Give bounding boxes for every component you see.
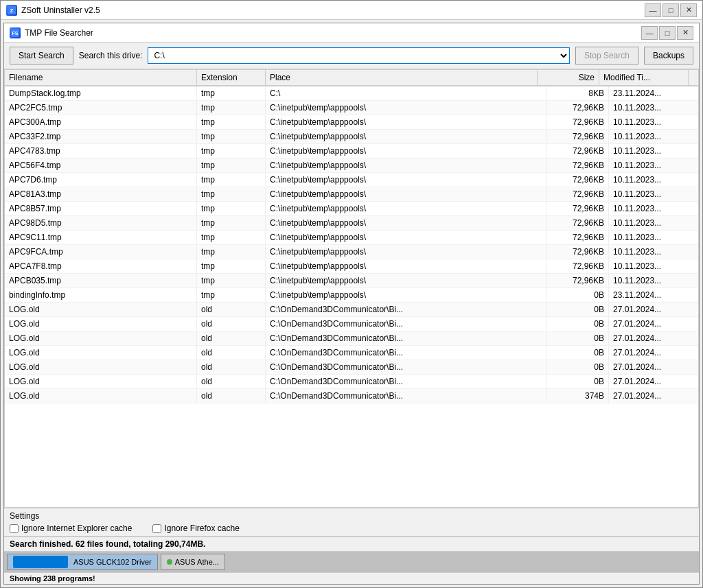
file-list-header: Filename Extension Place Size Modified T… — [5, 70, 698, 86]
cell-modified: 10.11.2023... — [609, 202, 698, 215]
col-header-modified[interactable]: Modified Ti... — [599, 70, 689, 85]
cell-extension: tmp — [197, 173, 266, 187]
cell-size: 0B — [547, 360, 609, 374]
progress-bar — [13, 556, 68, 568]
firefox-cache-checkbox-label[interactable]: Ignore Firefox cache — [152, 524, 239, 533]
status-bar: Search finished. 62 files found, totalin… — [4, 536, 699, 584]
cell-place: C:\OnDemand3DCommunicator\Bi... — [266, 331, 547, 345]
cell-modified: 10.11.2023... — [609, 101, 698, 115]
table-row[interactable]: APC8B57.tmp tmp C:\inetpub\temp\apppools… — [5, 202, 698, 216]
col-header-place[interactable]: Place — [266, 70, 538, 85]
table-row[interactable]: APC7D6.tmp tmp C:\inetpub\temp\apppools\… — [5, 173, 698, 187]
cell-extension: tmp — [197, 115, 266, 129]
firefox-cache-checkbox[interactable] — [152, 524, 161, 533]
cell-extension: tmp — [197, 101, 266, 115]
cell-modified: 10.11.2023... — [609, 259, 698, 273]
outer-app-icon: Z — [6, 5, 17, 16]
table-row[interactable]: LOG.old old C:\OnDemand3DCommunicator\Bi… — [5, 375, 698, 389]
cell-place: C:\inetpub\temp\apppools\ — [266, 173, 547, 187]
table-row[interactable]: APCA7F8.tmp tmp C:\inetpub\temp\apppools… — [5, 259, 698, 274]
cell-extension: old — [197, 346, 266, 360]
outer-maximize-button[interactable]: □ — [662, 3, 679, 17]
cell-modified: 27.01.2024... — [609, 303, 698, 316]
cell-place: C:\OnDemand3DCommunicator\Bi... — [266, 360, 547, 374]
cell-size: 374B — [547, 389, 609, 403]
taskbar-item-1-label: ASUS GLCK102 Driver — [73, 558, 152, 566]
drive-select[interactable]: C:\ A:\ B:\ D:\ E:\ F:\ — [148, 47, 570, 64]
table-row[interactable]: APC98D5.tmp tmp C:\inetpub\temp\apppools… — [5, 216, 698, 231]
table-row[interactable]: APC2FC5.tmp tmp C:\inetpub\temp\apppools… — [5, 101, 698, 115]
table-row[interactable]: DumpStack.log.tmp tmp C:\ 8KB 23.11.2024… — [5, 86, 698, 101]
start-search-button[interactable]: Start Search — [10, 47, 73, 64]
cell-filename: DumpStack.log.tmp — [5, 86, 197, 100]
cell-modified: 23.11.2024... — [609, 288, 698, 302]
cell-extension: tmp — [197, 274, 266, 287]
outer-minimize-button[interactable]: — — [645, 3, 661, 17]
table-row[interactable]: APC33F2.tmp tmp C:\inetpub\temp\apppools… — [5, 130, 698, 144]
cell-extension: tmp — [197, 158, 266, 172]
col-header-scroll-space — [689, 70, 698, 85]
status-main: Search finished. 62 files found, totalin… — [4, 537, 699, 552]
cell-size: 72,96KB — [547, 202, 609, 215]
cell-filename: APC9FCA.tmp — [5, 245, 197, 259]
backups-button[interactable]: Backups — [644, 47, 693, 64]
col-header-extension[interactable]: Extension — [197, 70, 266, 85]
cell-filename: LOG.old — [5, 346, 197, 360]
inner-close-button[interactable]: ✕ — [677, 26, 693, 40]
firefox-cache-label: Ignore Firefox cache — [164, 524, 239, 533]
table-row[interactable]: APC4783.tmp tmp C:\inetpub\temp\apppools… — [5, 144, 698, 158]
cell-extension: tmp — [197, 144, 266, 158]
table-row[interactable]: APC300A.tmp tmp C:\inetpub\temp\apppools… — [5, 115, 698, 130]
outer-window: Z ZSoft Uninstaller v2.5 — □ ✕ FS TMP Fi… — [0, 0, 703, 588]
ie-cache-checkbox[interactable] — [10, 524, 19, 533]
table-row[interactable]: LOG.old old C:\OnDemand3DCommunicator\Bi… — [5, 317, 698, 331]
table-row[interactable]: LOG.old old C:\OnDemand3DCommunicator\Bi… — [5, 360, 698, 375]
cell-extension: tmp — [197, 202, 266, 215]
inner-maximize-button[interactable]: □ — [659, 26, 676, 40]
cell-extension: tmp — [197, 288, 266, 302]
toolbar: Start Search Search this drive: C:\ A:\ … — [4, 43, 699, 69]
table-row[interactable]: APC56F4.tmp tmp C:\inetpub\temp\apppools… — [5, 158, 698, 173]
col-header-size[interactable]: Size — [538, 70, 599, 85]
stop-search-button[interactable]: Stop Search — [575, 47, 638, 64]
cell-extension: old — [197, 389, 266, 403]
inner-window-title: TMP File Searcher — [25, 28, 93, 38]
table-row[interactable]: LOG.old old C:\OnDemand3DCommunicator\Bi… — [5, 346, 698, 360]
cell-size: 0B — [547, 288, 609, 302]
taskbar-item-2[interactable]: ASUS Athe... — [161, 554, 225, 570]
table-row[interactable]: APC9FCA.tmp tmp C:\inetpub\temp\apppools… — [5, 245, 698, 259]
outer-close-button[interactable]: ✕ — [680, 3, 697, 17]
ie-cache-checkbox-label[interactable]: Ignore Internet Explorer cache — [10, 524, 132, 533]
table-row[interactable]: LOG.old old C:\OnDemand3DCommunicator\Bi… — [5, 331, 698, 346]
table-row[interactable]: APC81A3.tmp tmp C:\inetpub\temp\apppools… — [5, 187, 698, 202]
cell-extension: old — [197, 360, 266, 374]
table-row[interactable]: LOG.old old C:\OnDemand3DCommunicator\Bi… — [5, 389, 698, 403]
cell-modified: 27.01.2024... — [609, 389, 698, 403]
inner-minimize-button[interactable]: — — [641, 26, 658, 40]
cell-place: C:\inetpub\temp\apppools\ — [266, 216, 547, 230]
file-list-body[interactable]: DumpStack.log.tmp tmp C:\ 8KB 23.11.2024… — [5, 86, 698, 507]
inner-titlebar-left: FS TMP File Searcher — [10, 27, 93, 38]
table-row[interactable]: LOG.old old C:\OnDemand3DCommunicator\Bi… — [5, 303, 698, 317]
cell-filename: APC9C11.tmp — [5, 231, 197, 244]
taskbar-item-1[interactable]: ASUS GLCK102 Driver — [7, 554, 158, 570]
table-row[interactable]: APCB035.tmp tmp C:\inetpub\temp\apppools… — [5, 274, 698, 288]
taskbar-dot — [167, 559, 172, 565]
cell-filename: APC2FC5.tmp — [5, 101, 197, 115]
col-header-filename[interactable]: Filename — [5, 70, 197, 85]
cell-place: C:\OnDemand3DCommunicator\Bi... — [266, 317, 547, 331]
cell-filename: APC33F2.tmp — [5, 130, 197, 143]
cell-extension: old — [197, 303, 266, 316]
cell-size: 72,96KB — [547, 101, 609, 115]
cell-place: C:\inetpub\temp\apppools\ — [266, 231, 547, 244]
cell-size: 72,96KB — [547, 158, 609, 172]
cell-modified: 27.01.2024... — [609, 375, 698, 388]
cell-modified: 10.11.2023... — [609, 187, 698, 201]
cell-size: 0B — [547, 303, 609, 316]
table-row[interactable]: APC9C11.tmp tmp C:\inetpub\temp\apppools… — [5, 231, 698, 245]
table-row[interactable]: bindingInfo.tmp tmp C:\inetpub\temp\appp… — [5, 288, 698, 303]
cell-filename: APC8B57.tmp — [5, 202, 197, 215]
cell-filename: bindingInfo.tmp — [5, 288, 197, 302]
outer-titlebar-left: Z ZSoft Uninstaller v2.5 — [6, 5, 100, 16]
svg-text:FS: FS — [12, 31, 19, 36]
